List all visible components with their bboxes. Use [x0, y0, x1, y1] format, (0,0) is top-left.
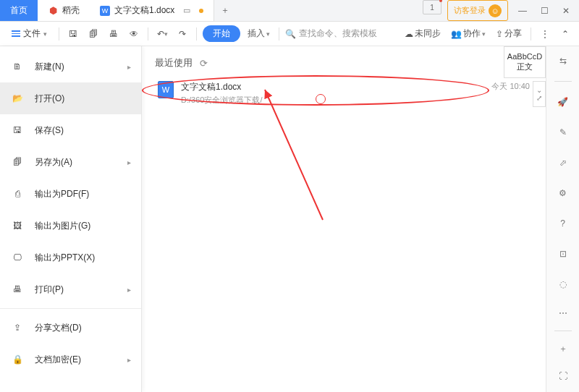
lock-icon: 🔒 — [10, 352, 25, 367]
file-menu-label: 文件 — [23, 27, 41, 40]
menu-export-pdf[interactable]: ⎙ 输出为PDF(F) — [0, 178, 141, 210]
chevron-right-icon: ▸ — [127, 158, 131, 166]
share-icon: ⇪ — [496, 29, 503, 39]
chevron-right-icon: ▸ — [127, 63, 131, 71]
collapse-ribbon-icon[interactable]: ⌃ — [557, 26, 573, 42]
cube-icon[interactable]: ⊡ — [553, 244, 573, 264]
tab-document[interactable]: W 文字文稿1.docx ▭ — [90, 0, 214, 21]
chevron-down-icon: ⌄ — [536, 86, 542, 94]
save-as-disk-icon: 🗐 — [10, 155, 25, 169]
doc-icon: W — [100, 6, 110, 16]
menu-new[interactable]: 🗎 新建(N) ▸ — [0, 51, 141, 82]
tab-home[interactable]: 首页 — [0, 0, 38, 21]
maximize-button[interactable]: ☐ — [534, 1, 554, 21]
menu-save-as[interactable]: 🗐 另存为(A) ▸ — [0, 146, 141, 178]
search-box[interactable]: 🔍 查找命令、搜索模板 — [285, 27, 377, 40]
close-button[interactable]: ✕ — [556, 1, 576, 21]
fire-icon: ⬢ — [48, 6, 58, 16]
new-file-icon: 🗎 — [10, 59, 25, 74]
settings-slider-icon[interactable]: ⚙ — [553, 183, 573, 203]
fullscreen-icon[interactable]: ⛶ — [553, 366, 573, 386]
minimize-button[interactable]: — — [512, 1, 533, 21]
chevron-right-icon: ▸ — [127, 286, 131, 294]
tab-insert[interactable]: 插入▾ — [245, 27, 273, 40]
menu-share-doc-label: 分享文档(D) — [35, 322, 82, 334]
menu-export-pptx-label: 输出为PPTX(X) — [35, 252, 95, 264]
ruler-icon[interactable]: ⇆ — [553, 51, 573, 71]
recent-header: 最近使用 ⟳ — [155, 56, 533, 69]
hamburger-icon — [12, 30, 20, 37]
unsaved-dot-icon — [199, 9, 203, 13]
menu-export-pdf-label: 输出为PDF(F) — [35, 188, 89, 200]
right-sidebar: ⇆ 🚀 ✎ ⬀ ⚙ ? ⊡ ◌ ⋯ ＋ ⛶ — [546, 46, 579, 392]
expand-icon: ⤢ — [536, 94, 542, 102]
pdf-icon: ⎙ — [10, 187, 25, 201]
menu-encrypt[interactable]: 🔒 文档加密(E) ▸ — [0, 344, 141, 375]
open-folder-icon: 📂 — [10, 91, 25, 106]
image-icon: 🖼 — [10, 218, 25, 233]
guest-login-button[interactable]: 访客登录 ☺ — [447, 0, 508, 21]
menu-save[interactable]: 🖫 保存(S) — [0, 114, 141, 146]
badge-icon[interactable]: ◌ — [553, 274, 573, 294]
style-preview[interactable]: AaBbCcD 正文 — [504, 46, 546, 78]
menu-print-label: 打印(P) — [35, 284, 64, 296]
main-area: 🗎 新建(N) ▸ 📂 打开(O) 🖫 保存(S) 🗐 另存为(A) ▸ ⎙ 输… — [0, 46, 579, 392]
pptx-icon: 🖵 — [10, 250, 25, 265]
more-dots-icon[interactable]: ⋯ — [553, 303, 573, 323]
guest-login-label: 访客登录 — [454, 5, 486, 16]
redo-icon[interactable]: ↷ — [174, 26, 190, 42]
file-menu-button[interactable]: 文件 ▾ — [6, 25, 53, 42]
tab-doc-label: 文字文稿1.docx — [114, 4, 174, 17]
toggle-pane-button[interactable]: ⌄ ⤢ — [533, 81, 546, 107]
menu-open[interactable]: 📂 打开(O) — [0, 82, 141, 114]
tab-start[interactable]: 开始 — [203, 25, 240, 42]
help-icon[interactable]: ? — [553, 213, 573, 234]
tab-daoke[interactable]: ⬢ 稻壳 — [38, 0, 90, 21]
rocket-icon[interactable]: 🚀 — [553, 92, 573, 112]
print-icon[interactable]: 🖶 — [106, 26, 122, 42]
share-doc-icon: ⇪ — [10, 320, 25, 335]
add-tab-button[interactable]: ＋ — [214, 0, 236, 21]
docx-icon: W — [158, 81, 174, 98]
select-icon[interactable]: ⬀ — [553, 153, 573, 173]
menu-export-img[interactable]: 🖼 输出为图片(G) — [0, 210, 141, 242]
toolbar: 文件 ▾ 🖫 🗐 🖶 👁 ↶▾ ↷ 开始 插入▾ 🔍 查找命令、搜索模板 ☁未同… — [0, 22, 579, 46]
print-preview-icon[interactable]: 👁 — [126, 26, 142, 42]
window-controls: — ☐ ✕ — [512, 0, 579, 21]
collab-button[interactable]: 👥协作▾ — [448, 27, 489, 40]
menu-export-img-label: 输出为图片(G) — [35, 220, 90, 232]
menu-encrypt-label: 文档加密(E) — [35, 354, 81, 366]
recent-panel: 最近使用 ⟳ W 文字文稿1.docx D:/360安全浏览器下载/ 今天 10… — [142, 46, 546, 392]
recent-item[interactable]: W 文字文稿1.docx D:/360安全浏览器下载/ 今天 10:40 — [155, 77, 533, 110]
recent-item-time: 今天 10:40 — [491, 81, 530, 92]
style-sample: AaBbCcD — [507, 52, 542, 61]
menu-share-doc[interactable]: ⇪ 分享文档(D) — [0, 312, 141, 344]
tab-home-label: 首页 — [10, 4, 28, 17]
page-count-button[interactable]: 1 — [423, 0, 441, 14]
refresh-icon[interactable]: ⟳ — [200, 58, 208, 69]
menu-print[interactable]: 🖶 打印(P) ▸ — [0, 273, 141, 305]
undo-icon[interactable]: ↶▾ — [154, 26, 170, 42]
collab-icon: 👥 — [451, 29, 462, 39]
save-icon[interactable]: 🖫 — [65, 26, 81, 42]
file-menu-panel: 🗎 新建(N) ▸ 📂 打开(O) 🖫 保存(S) 🗐 另存为(A) ▸ ⎙ 输… — [0, 46, 142, 392]
save-as-icon[interactable]: 🗐 — [85, 26, 101, 42]
menu-new-label: 新建(N) — [35, 61, 64, 73]
window-icon: ▭ — [183, 6, 190, 15]
zoom-in-icon[interactable]: ＋ — [553, 338, 573, 359]
cloud-icon: ☁ — [405, 29, 413, 39]
titlebar: 首页 ⬢ 稻壳 W 文字文稿1.docx ▭ ＋ 1 访客登录 ☺ — ☐ ✕ — [0, 0, 579, 22]
recent-item-path: D:/360安全浏览器下载/ — [181, 95, 484, 106]
sync-button[interactable]: ☁未同步 — [402, 27, 444, 40]
menu-open-label: 打开(O) — [35, 93, 64, 105]
style-name: 正文 — [517, 61, 533, 72]
tab-daoke-label: 稻壳 — [62, 4, 80, 17]
recent-item-title: 文字文稿1.docx — [181, 81, 484, 93]
menu-save-label: 保存(S) — [35, 124, 64, 137]
more-icon[interactable]: ⋮ — [537, 26, 553, 42]
menu-export-pptx[interactable]: 🖵 输出为PPTX(X) — [0, 242, 141, 273]
search-icon: 🔍 — [285, 29, 296, 39]
pencil-icon[interactable]: ✎ — [553, 122, 573, 142]
print-icon: 🖶 — [10, 282, 25, 297]
share-button[interactable]: ⇪分享 — [493, 27, 525, 40]
